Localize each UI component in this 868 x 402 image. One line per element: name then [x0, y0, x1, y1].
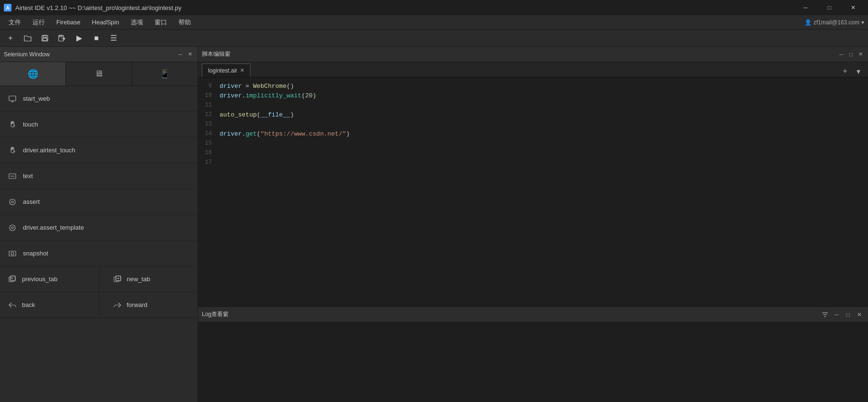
- driver-assert-template-icon: [8, 223, 17, 233]
- user-icon: 👤: [805, 19, 812, 26]
- api-item-forward[interactable]: forward: [105, 292, 198, 318]
- left-panel-minimize[interactable]: ─: [177, 51, 184, 58]
- svg-point-10: [10, 199, 15, 205]
- svg-rect-17: [10, 276, 15, 281]
- svg-rect-2: [43, 38, 47, 41]
- text-label: text: [23, 172, 33, 180]
- api-item-start-web[interactable]: start_web: [0, 86, 198, 112]
- new-tab-label: new_tab: [127, 275, 150, 283]
- back-icon: [8, 300, 17, 310]
- touch-label: touch: [23, 121, 38, 128]
- menu-help[interactable]: 帮助: [174, 16, 196, 29]
- user-dropdown-icon: ▾: [861, 19, 864, 26]
- menu-window[interactable]: 窗口: [150, 16, 172, 29]
- menu-headspin[interactable]: HeadSpin: [87, 17, 124, 28]
- close-button[interactable]: ✕: [842, 0, 864, 15]
- touch-icon: [8, 120, 17, 129]
- api-item-text[interactable]: text: [0, 163, 198, 189]
- script-editor-controls: ─ □ ✕: [837, 51, 864, 58]
- log-button[interactable]: ☰: [107, 32, 120, 45]
- svg-rect-5: [9, 96, 16, 101]
- api-item-snapshot[interactable]: snapshot: [0, 241, 198, 266]
- svg-point-12: [10, 225, 15, 231]
- log-minimize-button[interactable]: ─: [832, 310, 841, 319]
- api-item-back[interactable]: back: [0, 292, 93, 318]
- driver-assert-template-label: driver.assert_template: [23, 224, 84, 231]
- api-item-row-tabs: previous_tab new_tab: [0, 266, 198, 292]
- left-panel-header: Selenium Window ─ ✕: [0, 47, 198, 62]
- menu-options[interactable]: 选项: [126, 16, 148, 29]
- script-editor-close[interactable]: ✕: [857, 51, 864, 58]
- script-editor-header: 脚本编辑窗 ─ □ ✕: [198, 47, 868, 62]
- left-panel-title: Selenium Window: [4, 51, 50, 58]
- forward-label: forward: [127, 301, 147, 308]
- log-maximize-button[interactable]: □: [843, 310, 853, 319]
- log-panel-title: Log查看窗: [202, 310, 229, 318]
- device-tabs: 🌐 🖥 📱: [0, 62, 198, 86]
- script-editor-maximize[interactable]: □: [847, 51, 855, 58]
- start-web-icon: [8, 94, 17, 104]
- user-email: zf1mail@163.com: [814, 19, 859, 26]
- code-line-17: 17: [198, 158, 868, 167]
- assert-label: assert: [23, 198, 40, 205]
- svg-rect-1: [43, 35, 46, 37]
- device-tab-web[interactable]: 🌐: [0, 62, 66, 85]
- log-filter-button[interactable]: [820, 310, 830, 319]
- snapshot-icon: [8, 249, 17, 258]
- new-button[interactable]: +: [4, 32, 17, 45]
- menu-run[interactable]: 运行: [28, 16, 50, 29]
- api-item-driver-airtest-touch[interactable]: driver.airtest_touch: [0, 138, 198, 163]
- saveas-button[interactable]: [55, 32, 69, 45]
- assert-icon: [8, 197, 17, 207]
- editor-tab-logintest[interactable]: logintest.air ✕: [202, 63, 251, 77]
- code-line-12: 12 auto_setup(__file__): [198, 110, 868, 119]
- open-button[interactable]: [21, 32, 34, 45]
- script-editor-minimize[interactable]: ─: [837, 51, 845, 58]
- menu-file[interactable]: 文件: [4, 16, 26, 29]
- editor-tab-name: logintest.air: [208, 67, 237, 74]
- code-line-15: 15: [198, 138, 868, 148]
- editor-tabs-left: logintest.air ✕: [202, 63, 251, 77]
- minimize-button[interactable]: ─: [795, 0, 816, 15]
- text-icon: [8, 171, 17, 181]
- device-tab-screen[interactable]: 🖥: [66, 62, 132, 85]
- previous-tab-label: previous_tab: [22, 275, 57, 283]
- run-button[interactable]: ▶: [73, 32, 86, 45]
- device-tab-mobile[interactable]: 📱: [132, 62, 198, 85]
- menu-firebase[interactable]: Firebase: [52, 17, 85, 28]
- api-item-new-tab[interactable]: new_tab: [105, 266, 198, 292]
- titlebar: A Airtest IDE v1.2.10 ~~ D:\airtest_pro\…: [0, 0, 868, 15]
- code-line-14: 14 driver.get("https://www.csdn.net/"): [198, 129, 868, 138]
- editor-tabs: logintest.air ✕ + ▾: [198, 62, 868, 77]
- api-item-assert[interactable]: assert: [0, 189, 198, 215]
- log-panel-controls: ─ □ ✕: [820, 310, 864, 319]
- maximize-button[interactable]: □: [818, 0, 840, 15]
- editor-tab-close[interactable]: ✕: [240, 67, 244, 74]
- driver-airtest-touch-label: driver.airtest_touch: [23, 147, 75, 154]
- api-item-previous-tab[interactable]: previous_tab: [0, 266, 93, 292]
- code-line-10: 10 driver.implicitly_wait(20): [198, 91, 868, 100]
- script-editor: 脚本编辑窗 ─ □ ✕ logintest.air ✕ + ▾: [198, 47, 868, 307]
- snapshot-label: snapshot: [23, 250, 48, 257]
- code-line-9: 9 driver = WebChrome(): [198, 81, 868, 91]
- api-item-driver-assert-template[interactable]: driver.assert_template: [0, 215, 198, 241]
- svg-point-13: [11, 227, 13, 229]
- user-info: 👤 zf1mail@163.com ▾: [805, 19, 864, 26]
- code-line-11: 11: [198, 100, 868, 110]
- code-area[interactable]: 9 driver = WebChrome() 10 driver.implici…: [198, 77, 868, 307]
- main: Selenium Window ─ ✕ 🌐 🖥 📱 start_: [0, 47, 868, 402]
- stop-button[interactable]: ■: [90, 32, 103, 45]
- add-tab-button[interactable]: +: [839, 65, 851, 77]
- tab-dropdown-button[interactable]: ▾: [853, 65, 864, 77]
- right-area: 脚本编辑窗 ─ □ ✕ logintest.air ✕ + ▾: [198, 47, 868, 402]
- log-close-button[interactable]: ✕: [855, 310, 864, 319]
- selenium-window: Selenium Window ─ ✕ 🌐 🖥 📱 start_: [0, 47, 198, 402]
- save-button[interactable]: [38, 32, 52, 45]
- titlebar-left: A Airtest IDE v1.2.10 ~~ D:\airtest_pro\…: [4, 4, 181, 11]
- code-line-16: 16: [198, 148, 868, 158]
- forward-icon: [113, 300, 122, 310]
- api-item-touch[interactable]: touch: [0, 112, 198, 138]
- left-panel-close[interactable]: ✕: [186, 51, 194, 58]
- svg-point-15: [11, 252, 14, 255]
- new-tab-icon: [113, 275, 122, 284]
